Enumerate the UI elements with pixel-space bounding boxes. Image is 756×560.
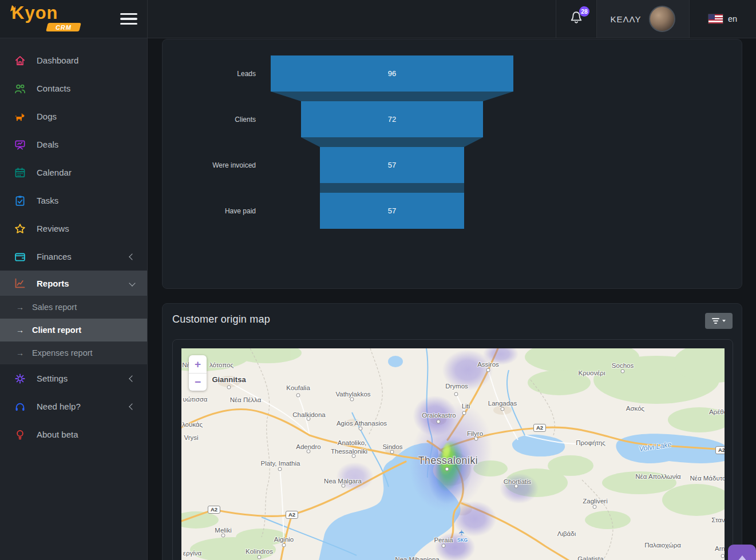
sidebar-item-label: About beta	[37, 430, 78, 439]
map-place-label: Zagliveri	[583, 498, 607, 505]
sidebar-item-label: Calendar	[37, 168, 72, 177]
sidebar-item-contacts[interactable]: Contacts	[0, 74, 147, 102]
language-selector[interactable]: en	[689, 0, 756, 38]
map-place-label: Agios Athanasios	[337, 420, 387, 427]
user-menu[interactable]: ΚΕΛΛΥ	[596, 0, 689, 38]
client-funnel-card: 96Leads72Clients57Were invoiced57Have pa…	[162, 39, 742, 289]
map-place-label: Liti	[462, 403, 470, 410]
sidebar-nav: DashboardContactsDogsDealsCalendarTasksR…	[0, 38, 148, 560]
zoom-in-button[interactable]: +	[189, 355, 207, 373]
map-place-label: Νέα Μάδυτο	[690, 475, 725, 482]
map-place-label: Chortiatis	[504, 478, 532, 485]
dog-icon	[14, 110, 26, 123]
submenu-item-label: Client report	[32, 325, 81, 335]
map-place-label: εργίνα	[183, 550, 201, 557]
submenu-item-sales-report[interactable]: →Sales report	[0, 296, 147, 319]
map-filter-button[interactable]	[705, 313, 733, 329]
funnel-connector	[271, 137, 513, 147]
sidebar-item-settings[interactable]: Settings	[0, 364, 147, 392]
funnel-connector	[271, 183, 513, 193]
reports-submenu: →Sales report→Client report→Expenses rep…	[0, 296, 147, 364]
map-place-label: Meliki	[215, 527, 231, 534]
sidebar-item-label: Reviews	[37, 224, 69, 233]
map-place-dot	[350, 398, 354, 402]
sidebar-item-need-help[interactable]: Need help?	[0, 392, 147, 420]
sidebar-item-dogs[interactable]: Dogs	[0, 102, 147, 130]
funnel-bar-were-invoiced[interactable]: 57	[320, 147, 464, 183]
arrow-right-icon: →	[16, 303, 24, 312]
sidebar-item-about-beta[interactable]: About beta	[0, 420, 147, 448]
map-place-label: λουκάς	[182, 421, 203, 428]
map-place-label: Galatista	[577, 555, 603, 560]
sidebar-item-dashboard[interactable]: Dashboard	[0, 46, 147, 74]
sidebar-item-calendar[interactable]: Calendar	[0, 158, 147, 186]
map-place-label: Thessaloniki	[331, 448, 367, 455]
map-place-label: υώτισσα	[183, 396, 207, 403]
map-place-label: Κρυονέρι	[579, 370, 605, 376]
app-logo[interactable]: Kyon CRM	[11, 2, 58, 24]
sidebar-item-label: Deals	[37, 140, 58, 149]
map-place-dot	[593, 505, 597, 509]
funnel-bar-value: 72	[388, 115, 396, 124]
gear-icon	[14, 372, 26, 385]
calendar-icon	[14, 166, 26, 179]
logo-zone: Kyon CRM	[0, 0, 148, 38]
road-badge-a2: A2	[286, 511, 298, 519]
map-place-label: Σταν	[711, 517, 725, 523]
funnel-connector	[271, 92, 513, 101]
map-place-label: Koufalia	[286, 384, 310, 391]
map-place-dot	[442, 544, 446, 548]
sidebar-item-reviews[interactable]: Reviews	[0, 215, 147, 243]
scroll-to-top-button[interactable]	[728, 545, 756, 560]
arrow-up-icon	[738, 555, 747, 560]
client-funnel-chart: 96Leads72Clients57Were invoiced57Have pa…	[163, 39, 742, 288]
user-avatar	[649, 6, 675, 32]
menu-toggle-button[interactable]	[120, 13, 137, 25]
map-place-dot	[296, 394, 300, 398]
map-card-title: Customer origin map	[172, 313, 270, 325]
star-icon	[14, 223, 26, 235]
funnel-bar-value: 57	[388, 161, 396, 169]
map-place-label: Vathylakkos	[335, 391, 370, 398]
map-place-dot	[390, 450, 394, 454]
submenu-item-client-report[interactable]: →Client report	[0, 319, 147, 341]
map-panel: ΝέλότοποςGiannitsaυώτισσαΝέα ΠέλλαKoufal…	[172, 339, 733, 560]
sidebar-item-reports[interactable]: Reports	[0, 271, 147, 296]
map-place-label: Drymos	[445, 383, 468, 390]
dog-ear-icon	[9, 5, 19, 13]
sidebar-item-label: Dogs	[37, 112, 57, 121]
user-name: ΚΕΛΛΥ	[611, 14, 642, 24]
airport-icon: ✈	[457, 530, 466, 536]
sidebar-item-deals[interactable]: Deals	[0, 130, 147, 158]
map-place-label: Giannitsa	[212, 375, 246, 384]
map-place-label: Vrysi	[184, 434, 198, 441]
map-place-dot	[282, 543, 286, 547]
sidebar-item-label: Contacts	[37, 84, 70, 93]
sidebar-item-tasks[interactable]: Tasks	[0, 186, 147, 215]
map-place-dot	[621, 370, 625, 374]
road-badge-a2: A2	[533, 424, 546, 432]
submenu-item-expenses-report[interactable]: →Expenses report	[0, 341, 147, 364]
funnel-bar-clients[interactable]: 72	[301, 101, 483, 137]
sidebar-item-finances[interactable]: Finances	[0, 243, 147, 271]
chevron-left-icon	[129, 253, 135, 260]
road-badge-a2: A2	[715, 446, 725, 454]
home-icon	[14, 54, 26, 67]
map-place-label: Sochos	[612, 362, 634, 369]
headset-icon	[14, 400, 26, 413]
map-place-dot	[454, 392, 458, 396]
zoom-out-button[interactable]: −	[189, 374, 207, 391]
contacts-icon	[14, 82, 26, 95]
arrow-right-icon: →	[16, 325, 24, 335]
map-place-label: Nea Malgara	[324, 478, 362, 484]
map-place-label: Αρέθο	[709, 408, 725, 415]
map-place-dot	[221, 534, 225, 538]
notifications-button[interactable]: 28	[556, 0, 596, 38]
funnel-bar-leads[interactable]: 96	[271, 55, 513, 92]
map-place-label: Oraiokastro	[422, 412, 456, 419]
funnel-bar-have-paid[interactable]: 57	[320, 193, 464, 229]
map-place-label: Παλαιοχώρα	[644, 542, 681, 549]
map-place-label: Filyro	[467, 430, 483, 437]
map-canvas[interactable]: ΝέλότοποςGiannitsaυώτισσαΝέα ΠέλλαKoufal…	[181, 348, 725, 560]
chart-icon	[14, 277, 26, 289]
